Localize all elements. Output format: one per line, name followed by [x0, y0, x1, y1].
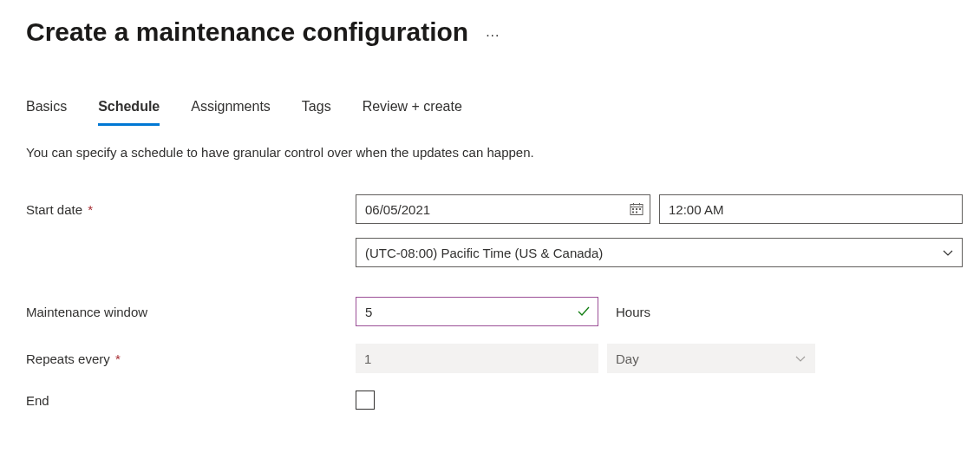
- start-date-input[interactable]: [356, 194, 650, 224]
- required-indicator: *: [84, 202, 93, 217]
- tab-tags[interactable]: Tags: [302, 99, 331, 126]
- page-title: Create a maintenance configuration: [26, 17, 468, 47]
- start-time-input[interactable]: [659, 194, 963, 224]
- tab-description: You can specify a schedule to have granu…: [26, 145, 954, 160]
- repeats-value-input[interactable]: [356, 344, 598, 373]
- repeats-label: Repeats every *: [26, 351, 356, 366]
- tab-review-create[interactable]: Review + create: [363, 99, 462, 126]
- maintenance-window-label: Maintenance window: [26, 305, 356, 319]
- end-checkbox[interactable]: [356, 391, 375, 410]
- maintenance-window-unit: Hours: [607, 305, 650, 319]
- required-indicator: *: [112, 351, 121, 366]
- start-date-label: Start date *: [26, 202, 356, 217]
- timezone-select[interactable]: [356, 238, 963, 267]
- maintenance-window-input[interactable]: [356, 297, 598, 326]
- tab-basics[interactable]: Basics: [26, 99, 67, 126]
- more-icon[interactable]: ···: [486, 21, 500, 43]
- tab-schedule[interactable]: Schedule: [98, 99, 160, 126]
- tab-assignments[interactable]: Assignments: [191, 99, 271, 126]
- tabs: Basics Schedule Assignments Tags Review …: [26, 99, 954, 126]
- repeats-unit-select[interactable]: [607, 344, 815, 373]
- end-label: End: [26, 393, 356, 408]
